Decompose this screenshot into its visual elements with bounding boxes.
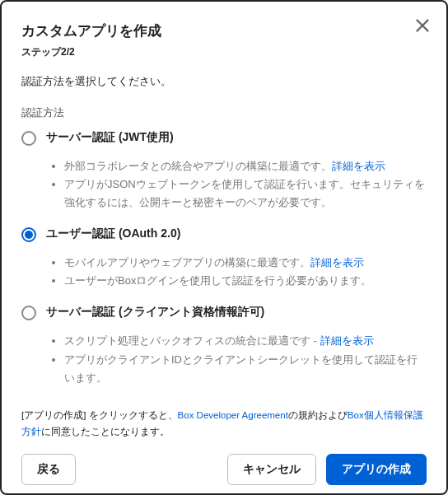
details-link[interactable]: 詳細を表示 xyxy=(310,256,364,269)
details-link[interactable]: 詳細を表示 xyxy=(320,334,374,347)
list-item: 外部コラボレータとの統合やアプリの構築に最適です。詳細を表示 xyxy=(64,157,427,175)
create-app-button[interactable]: アプリの作成 xyxy=(326,454,427,485)
instruction-text: 認証方法を選択してください。 xyxy=(21,74,427,89)
close-icon[interactable] xyxy=(413,16,432,35)
auth-option-oauth[interactable]: ユーザー認証 (OAuth 2.0) xyxy=(21,226,427,242)
option-description: スクリプト処理とバックオフィスの統合に最適です - 詳細を表示 アプリがクライア… xyxy=(21,332,427,386)
back-button[interactable]: 戻る xyxy=(21,454,76,485)
step-indicator: ステップ2/2 xyxy=(21,45,427,59)
option-title: ユーザー認証 (OAuth 2.0) xyxy=(46,226,180,241)
agreement-text: [アプリの作成] をクリックすると、Box Developer Agreemen… xyxy=(21,407,427,441)
list-item: ユーザーがBoxログインを使用して認証を行う必要があります。 xyxy=(64,272,427,290)
option-description: モバイルアプリやウェブアプリの構築に最適です。詳細を表示 ユーザーがBoxログイ… xyxy=(21,254,427,290)
list-item: モバイルアプリやウェブアプリの構築に最適です。詳細を表示 xyxy=(64,254,427,272)
section-label: 認証方法 xyxy=(21,105,427,120)
developer-agreement-link[interactable]: Box Developer Agreement xyxy=(178,410,288,420)
details-link[interactable]: 詳細を表示 xyxy=(332,160,385,172)
option-description: 外部コラボレータとの統合やアプリの構築に最適です。詳細を表示 アプリがJSONウ… xyxy=(21,157,427,212)
modal-footer: 戻る キャンセル アプリの作成 xyxy=(21,441,427,485)
option-title: サーバー認証 (JWT使用) xyxy=(46,130,174,145)
radio-icon[interactable] xyxy=(21,131,36,146)
list-item: スクリプト処理とバックオフィスの統合に最適です - 詳細を表示 xyxy=(64,332,427,350)
option-title: サーバー認証 (クライアント資格情報許可) xyxy=(46,305,264,320)
list-item: アプリがクライアントIDとクライアントシークレットを使用して認証を行います。 xyxy=(64,351,427,387)
auth-option-jwt[interactable]: サーバー認証 (JWT使用) xyxy=(21,130,427,146)
modal-title: カスタムアプリを作成 xyxy=(21,21,427,40)
create-app-modal: カスタムアプリを作成 ステップ2/2 認証方法を選択してください。 認証方法 サ… xyxy=(0,0,448,495)
radio-icon[interactable] xyxy=(21,227,36,242)
auth-option-ccg[interactable]: サーバー認証 (クライアント資格情報許可) xyxy=(21,305,427,320)
list-item: アプリがJSONウェブトークンを使用して認証を行います。セキュリティを強化するに… xyxy=(64,175,427,212)
cancel-button[interactable]: キャンセル xyxy=(227,454,316,485)
radio-icon[interactable] xyxy=(21,306,36,320)
